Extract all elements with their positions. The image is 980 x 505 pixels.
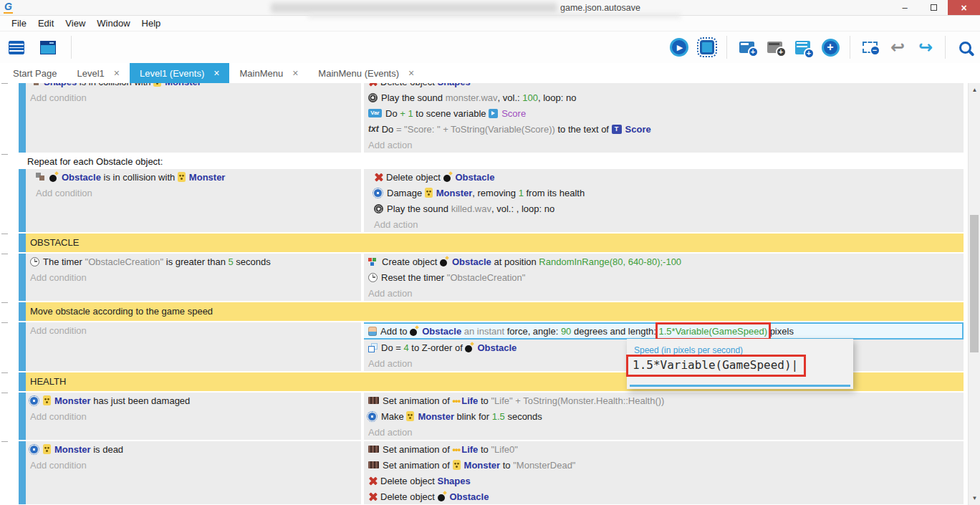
action-row[interactable]: Delete object Obstacle xyxy=(364,169,964,185)
play-icon: ▶ xyxy=(670,38,688,57)
damage-icon xyxy=(30,397,38,405)
tab-level1-events[interactable]: Level1 (Events)× xyxy=(130,63,230,83)
menu-view[interactable]: View xyxy=(59,18,91,29)
tab-start-page[interactable]: Start Page xyxy=(3,63,67,83)
condition-row[interactable]: Monster is dead xyxy=(26,441,361,457)
condition-row[interactable]: Shapes is in collision with Monster xyxy=(26,83,361,90)
text-segment: , vol.: xyxy=(498,92,523,103)
conditions-column: Monster has just been damagedAdd conditi… xyxy=(26,393,361,440)
add-condition-button[interactable]: Add condition xyxy=(26,408,361,424)
add-action-button[interactable]: Add action xyxy=(364,216,964,232)
life-icon: ••• xyxy=(453,395,461,406)
x-icon xyxy=(374,173,383,182)
comment-block[interactable]: OBSTACLE xyxy=(26,234,964,252)
condition-row[interactable]: Monster has just been damaged xyxy=(26,393,361,408)
tab-mainmenu[interactable]: MainMenu× xyxy=(229,63,308,83)
action-row[interactable]: Make Monster blink for 1.5 seconds xyxy=(364,408,964,424)
redo-button[interactable]: ↪ xyxy=(915,37,936,58)
text-segment: , loop: xyxy=(538,92,566,103)
scrollbar-thumb[interactable] xyxy=(970,215,979,352)
add-condition-button[interactable]: Add condition xyxy=(26,185,361,201)
text-segment: Add to xyxy=(380,326,410,337)
action-row[interactable]: Play the sound killed.wav, vol.: , loop:… xyxy=(364,201,964,216)
text-segment: seconds xyxy=(505,411,542,422)
project-manager-button[interactable] xyxy=(6,37,27,58)
tab-label: MainMenu (Events) xyxy=(318,68,399,79)
parameter-label: Speed (in pixels per second) xyxy=(627,339,853,358)
action-row[interactable]: Delete object Shapes xyxy=(364,473,964,489)
play-button[interactable]: ▶ xyxy=(668,37,690,58)
actions-column: Create object Obstacle at position Rando… xyxy=(364,254,964,301)
text-segment: 1.5*Variable(GameSpeed) xyxy=(659,326,768,337)
action-row[interactable]: Damage Monster, removing 1 from its heal… xyxy=(364,185,964,201)
add-comment-button[interactable]: + xyxy=(792,37,813,58)
action-row[interactable]: Delete object Obstacle xyxy=(364,489,964,504)
minus-badge-icon: − xyxy=(870,45,880,56)
debug-button[interactable] xyxy=(696,37,718,58)
close-icon[interactable]: × xyxy=(114,67,120,79)
add-action-button[interactable]: Add action xyxy=(364,424,964,440)
text-segment: Add condition xyxy=(30,411,87,422)
comment-block[interactable]: Move obstacle according to the game spee… xyxy=(26,302,964,321)
gutter-tick xyxy=(1,234,8,234)
gdevelop-logo-icon: G xyxy=(4,1,13,14)
text-segment: force, angle: xyxy=(507,326,561,337)
text-segment: to xyxy=(478,444,491,455)
action-row[interactable]: Play the sound monster.wav, vol.: 100, l… xyxy=(364,90,964,105)
action-row[interactable]: txtDo = "Score: " + ToString(Variable(Sc… xyxy=(364,121,964,137)
action-row[interactable]: Delete object Shapes xyxy=(364,83,964,90)
condition-row[interactable]: The timer "ObstacleCreation" is greater … xyxy=(26,254,361,269)
add-condition-button[interactable]: Add condition xyxy=(26,457,361,473)
action-row[interactable]: Set animation of •••Life to "Life0" xyxy=(364,441,964,457)
add-new-button[interactable]: + xyxy=(820,37,841,58)
action-row[interactable]: Create object Obstacle at position Rando… xyxy=(364,254,964,269)
action-row[interactable]: Set animation of Monster to "MonsterDead… xyxy=(364,457,964,473)
add-event-button[interactable]: + xyxy=(736,37,757,58)
monster-icon xyxy=(406,411,414,421)
text-segment: Set animation of xyxy=(383,395,453,406)
event-list: Shapes is in collision with MonsterAdd c… xyxy=(26,83,964,504)
selected-action-row[interactable]: Add to Obstacle an instant force, angle:… xyxy=(364,322,964,340)
action-row[interactable]: Set animation of •••Life to "Life" + ToS… xyxy=(364,393,964,408)
add-sub-event-button[interactable]: + xyxy=(764,37,785,58)
action-row[interactable]: Reset the timer "ObstacleCreation" xyxy=(364,269,964,285)
undo-button[interactable]: ↩ xyxy=(887,37,908,58)
restore-button[interactable] xyxy=(919,0,948,15)
menu-help[interactable]: Help xyxy=(136,18,167,29)
text-segment: Shapes xyxy=(44,83,77,87)
scroll-up-icon[interactable]: ▲ xyxy=(969,87,980,93)
add-action-button[interactable]: Add action xyxy=(364,137,964,153)
condition-row[interactable]: Obstacle is in collision with Monster xyxy=(26,169,361,185)
deselect-button[interactable]: − xyxy=(859,37,880,58)
expression-input[interactable]: 1.5*Variable(GameSpeed)| xyxy=(630,358,802,373)
comment-text: OBSTACLE xyxy=(30,237,79,248)
menu-file[interactable]: File xyxy=(6,18,32,29)
text-segment: no xyxy=(566,92,576,103)
tab-mainmenu-events[interactable]: MainMenu (Events)× xyxy=(308,63,424,83)
text-segment: Add condition xyxy=(30,272,87,283)
start-page-editor-button[interactable] xyxy=(37,37,59,58)
close-icon[interactable]: × xyxy=(408,67,414,79)
plus-badge-icon: + xyxy=(748,47,759,57)
add-action-button[interactable]: Add action xyxy=(364,285,964,301)
foreach-header[interactable]: Repeat for each Obstacle object: xyxy=(26,154,964,169)
conditions-column: Shapes is in collision with MonsterAdd c… xyxy=(26,83,361,153)
minimize-button[interactable]: – xyxy=(890,0,919,15)
scroll-down-icon[interactable]: ▼ xyxy=(969,495,980,501)
search-button[interactable] xyxy=(954,37,976,58)
add-condition-button[interactable]: Add condition xyxy=(26,90,361,105)
close-icon[interactable]: × xyxy=(213,67,219,79)
menu-edit[interactable]: Edit xyxy=(32,18,59,29)
close-icon[interactable]: × xyxy=(292,67,298,79)
bomb-icon xyxy=(440,256,448,266)
add-condition-button[interactable]: Add condition xyxy=(26,269,361,285)
text-segment: monster.wav xyxy=(446,92,498,103)
tab-level1[interactable]: Level1× xyxy=(67,63,130,83)
actions-column: Delete object ShapesPlay the sound monst… xyxy=(364,83,964,153)
action-row[interactable]: VarDo + 1 to scene variable Score xyxy=(364,105,964,121)
menu-window[interactable]: Window xyxy=(91,18,135,29)
add-condition-button[interactable]: Add condition xyxy=(26,322,361,338)
vertical-scrollbar[interactable]: ▲ ▼ xyxy=(968,83,980,505)
close-button[interactable]: × xyxy=(948,0,980,15)
text-segment: , removing xyxy=(472,188,518,198)
